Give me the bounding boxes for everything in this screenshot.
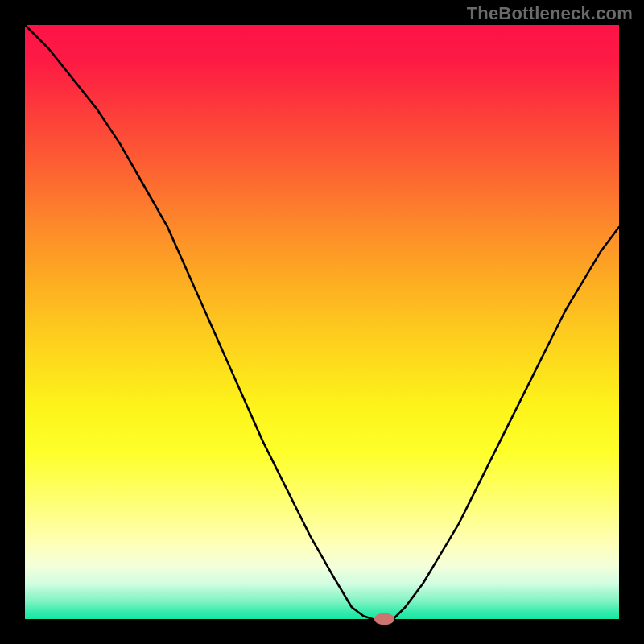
curve-right-branch xyxy=(394,227,619,619)
chart-svg xyxy=(25,25,619,619)
watermark-text: TheBottleneck.com xyxy=(467,3,633,24)
minimum-marker xyxy=(374,613,394,625)
chart-frame: TheBottleneck.com xyxy=(0,0,644,644)
plot-area xyxy=(25,25,619,619)
curve-left-branch xyxy=(25,25,373,619)
